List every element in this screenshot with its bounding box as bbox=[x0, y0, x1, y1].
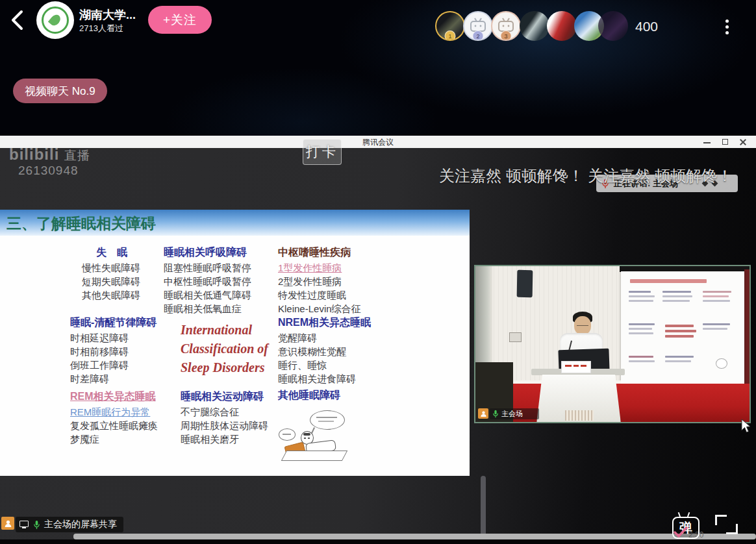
host-share-icon bbox=[1, 517, 14, 530]
checkin-button[interactable]: 打卡 bbox=[303, 139, 342, 165]
window-title: 腾讯会议 bbox=[0, 137, 756, 148]
monitor-icon bbox=[19, 520, 30, 530]
mouse-cursor bbox=[741, 419, 752, 434]
minimize-button[interactable] bbox=[703, 138, 712, 146]
live-stream-screen: 湖南大学... 2713人看过 +关注 1 2 3 400 视频聊天 No.9 bbox=[0, 0, 756, 544]
danmaku-check-icon bbox=[674, 526, 688, 538]
slide-group-circadian: 睡眠-清醒节律障碍 时相延迟障碍 时相前移障碍 倒班工作障碍 时差障碍 bbox=[70, 315, 157, 386]
follow-button[interactable]: +关注 bbox=[148, 6, 212, 34]
room-id: 26130948 bbox=[18, 164, 79, 178]
bilibili-watermark: bilibili 直播 bbox=[9, 145, 90, 164]
rank1-badge: 1 bbox=[445, 31, 456, 41]
feed-label: 主会场 bbox=[501, 409, 523, 419]
minimize-icon bbox=[703, 142, 711, 143]
more-menu-button[interactable] bbox=[725, 17, 729, 37]
viewer-avatar-rank1[interactable]: 1 bbox=[435, 11, 465, 41]
wall-fixture bbox=[509, 332, 522, 342]
bilibili-logo: bilibili bbox=[9, 145, 59, 163]
kebab-icon bbox=[725, 19, 729, 23]
shared-screen-scrollbar[interactable] bbox=[481, 476, 486, 538]
viewer-avatar-rank2[interactable]: 2 bbox=[463, 11, 493, 41]
slide-group-insomnia: 失 眠 慢性失眠障碍 短期失眠障碍 其他失眠障碍 bbox=[82, 245, 140, 302]
danmaku-comment: 关注嘉然 顿顿解馋！ 关注嘉然 顿顿解馋！ bbox=[439, 166, 733, 186]
online-count: 400 bbox=[635, 19, 658, 34]
viewer-avatar[interactable] bbox=[598, 11, 628, 41]
slide-group-movement: 睡眠相关运动障碍 不宁腿综合征 周期性肢体运动障碍 睡眠相关磨牙 bbox=[181, 389, 268, 446]
maximize-button[interactable] bbox=[721, 138, 730, 146]
person-icon bbox=[480, 410, 487, 417]
stage-side-panel bbox=[744, 269, 750, 389]
mic-on-icon bbox=[33, 520, 40, 530]
screen-share-status-bar: 主会场的屏幕共享 bbox=[16, 517, 123, 532]
camera-feed-main-venue: 主会场 bbox=[474, 265, 751, 423]
chevron-left-icon bbox=[8, 9, 27, 31]
podium-name-card bbox=[561, 361, 591, 373]
close-button[interactable] bbox=[738, 138, 748, 146]
fullscreen-icon bbox=[715, 515, 727, 525]
danmaku-toggle-button[interactable]: 弹 bbox=[671, 512, 699, 538]
presenter-face bbox=[574, 316, 591, 335]
slide-group-nrem: NREM相关异态睡眠 觉醒障碍 意识模糊性觉醒 睡行、睡惊 睡眠相关进食障碍 bbox=[278, 315, 371, 386]
podium-ridges bbox=[565, 410, 594, 421]
viewer-avatar-rank3[interactable]: 3 bbox=[491, 11, 521, 41]
speech-bubble-small bbox=[279, 428, 296, 441]
viewer-avatar[interactable] bbox=[520, 11, 549, 41]
channel-title: 湖南大学... bbox=[79, 7, 136, 23]
cartoon-bed bbox=[281, 451, 348, 461]
slide-title: 三、了解睡眠相关障碍 bbox=[6, 214, 156, 234]
mic-on-icon bbox=[492, 410, 499, 418]
slide-group-hypersomnia: 中枢嗜睡性疾病 1型发作性睡病 2型发作性睡病 特发性过度睡眠 Kleine-L… bbox=[278, 245, 361, 315]
slide-header-band: 三、了解睡眠相关障碍 bbox=[0, 210, 470, 236]
host-icon bbox=[478, 408, 488, 419]
slide-group-rem: REM相关异态睡眠 REM睡眠行为异常 复发孤立性睡眠瘫痪 梦魇症 bbox=[70, 389, 158, 446]
speech-bubble bbox=[310, 410, 345, 430]
feed-label-bar: 主会场 bbox=[490, 408, 539, 419]
bottom-strip bbox=[0, 539, 756, 544]
rank2-badge: 2 bbox=[473, 31, 484, 41]
slide-group-other: 其他睡眠障碍 bbox=[278, 388, 340, 404]
viewer-count: 2713人看过 bbox=[79, 23, 123, 34]
wall-speaker bbox=[517, 270, 533, 297]
fullscreen-button[interactable] bbox=[715, 515, 738, 534]
maximize-icon bbox=[722, 139, 728, 145]
sleepless-cartoon bbox=[284, 410, 355, 464]
projection-screen bbox=[621, 271, 744, 387]
meeting-titlebar: 腾讯会议 bbox=[0, 136, 756, 148]
seek-bar[interactable] bbox=[73, 534, 756, 539]
slide-group-breathing: 睡眠相关呼吸障碍 阻塞性睡眠呼吸暂停 中枢性睡眠呼吸暂停 睡眠相关低通气障碍 睡… bbox=[164, 245, 251, 315]
back-button[interactable] bbox=[8, 9, 27, 31]
rank3-badge: 3 bbox=[501, 31, 512, 41]
streamer-logo-icon bbox=[42, 6, 69, 34]
room-type-badge[interactable]: 视频聊天 No.9 bbox=[13, 79, 107, 103]
share-label: 主会场的屏幕共享 bbox=[44, 519, 117, 530]
person-icon bbox=[4, 519, 12, 528]
streamer-avatar[interactable] bbox=[36, 1, 74, 39]
viewer-avatar[interactable] bbox=[547, 11, 577, 41]
